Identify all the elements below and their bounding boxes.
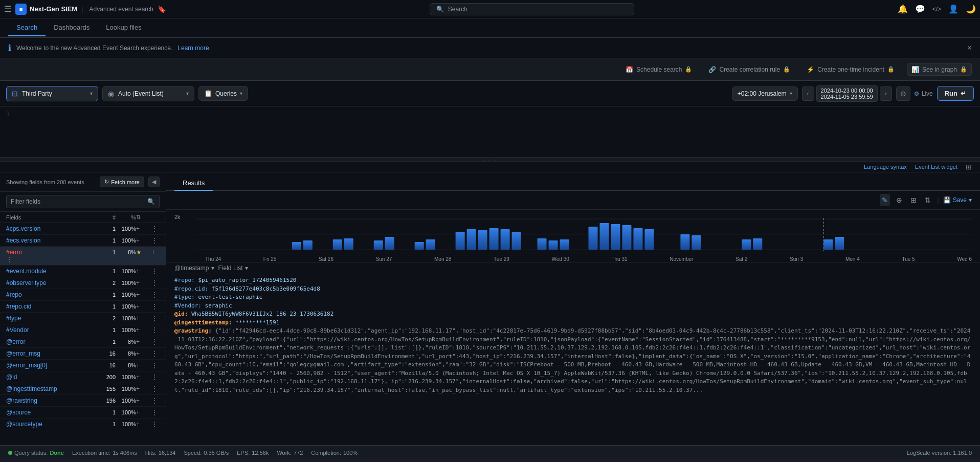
see-in-graph-button[interactable]: 📊 See in graph 🔒 — [907, 63, 972, 76]
global-search-bar[interactable]: 🔍 Search — [430, 3, 634, 15]
field-menu-icon[interactable]: ⋮ — [151, 225, 160, 232]
list-item[interactable]: @rawstring 196 100% + ⋮ — [0, 395, 166, 407]
target-chart-button[interactable]: ⊕ — [894, 194, 904, 206]
adv-search-label[interactable]: Advanced event search — [90, 6, 153, 13]
field-plus-icon[interactable]: + — [136, 279, 151, 287]
create-correlation-button[interactable]: 🔗 Create correlation rule 🔒 — [704, 64, 794, 75]
list-item[interactable]: @error_msg[0] 16 8% + ⋮ — [0, 360, 166, 371]
field-menu-icon[interactable]: ⋮ — [151, 279, 160, 287]
field-menu-icon[interactable]: ⋮ — [151, 373, 160, 381]
field-menu-icon[interactable]: ⋮ — [151, 421, 160, 428]
list-item[interactable]: #ecs.version 1 100% + ⋮ — [0, 235, 166, 247]
queries-button[interactable]: 📋 Queries ▾ — [198, 86, 248, 101]
field-menu-icon[interactable]: ⋮ — [151, 237, 160, 244]
list-item[interactable]: @source 1 100% + ⋮ — [0, 407, 166, 419]
grid-chart-button[interactable]: ⊞ — [908, 194, 919, 206]
banner-close-button[interactable]: × — [967, 43, 972, 53]
bookmark-icon[interactable]: 🔖 — [158, 5, 166, 13]
resize-handle[interactable]: • • • — [0, 158, 980, 162]
field-plus-icon[interactable]: + — [136, 362, 151, 369]
theme-icon[interactable]: 🌙 — [966, 4, 976, 14]
sort-chart-button[interactable]: ⇅ — [923, 194, 933, 206]
schedule-search-button[interactable]: 📅 Schedule search 🔒 — [621, 64, 696, 75]
field-menu-icon[interactable]: ⋮ — [151, 362, 160, 369]
list-item[interactable]: @error 1 8% + ⋮ — [0, 336, 166, 348]
query-editor[interactable]: 1 — [0, 106, 980, 158]
live-toggle[interactable]: Live — [915, 90, 933, 97]
field-plus-icon[interactable]: + — [136, 225, 151, 232]
field-menu-icon[interactable]: ⋮ — [151, 409, 160, 416]
field-plus-icon[interactable]: + — [151, 249, 160, 256]
language-syntax-link[interactable]: Language syntax — [864, 164, 907, 170]
list-item[interactable]: #error 1 8% ★ + ⋮ — [0, 247, 166, 266]
collapse-panel-button[interactable]: ◀ — [148, 177, 160, 187]
field-menu-icon[interactable]: ⋮ — [6, 256, 100, 263]
list-item[interactable]: #observer.type 2 100% + ⋮ — [0, 277, 166, 289]
field-menu-icon[interactable]: ⋮ — [151, 268, 160, 275]
field-menu-icon[interactable]: ⋮ — [151, 350, 160, 357]
field-plus-icon[interactable]: + — [136, 409, 151, 416]
list-item[interactable]: #cps.version 1 100% + ⋮ — [0, 223, 166, 235]
list-item[interactable]: #type 2 100% + ⋮ — [0, 313, 166, 324]
list-item[interactable]: @error_msg 16 8% + ⋮ — [0, 348, 166, 360]
messages-icon[interactable]: 💬 — [915, 4, 925, 14]
tab-search[interactable]: Search — [8, 19, 46, 36]
timezone-selector[interactable]: +02:00 Jerusalem ▾ — [732, 86, 798, 101]
field-plus-icon[interactable]: + — [136, 397, 151, 404]
notifications-icon[interactable]: 🔔 — [898, 4, 908, 14]
field-list-column-header[interactable]: Field List ▾ — [218, 265, 248, 272]
fetch-more-button[interactable]: ↻ Fetch more — [100, 177, 144, 187]
banner-learn-more-link[interactable]: Learn more. — [177, 45, 211, 52]
field-plus-icon[interactable]: + — [136, 350, 151, 357]
hamburger-icon[interactable]: ☰ — [4, 4, 11, 14]
field-plus-icon[interactable]: + — [136, 303, 151, 310]
list-item[interactable]: #event.module 1 100% + ⋮ — [0, 266, 166, 277]
table-row[interactable]: #repo: $pi_auto_raptor_1724059461520 — [174, 276, 972, 285]
field-menu-icon[interactable]: ⋮ — [151, 397, 160, 404]
list-item[interactable]: #repo.cid 1 100% + ⋮ — [0, 301, 166, 313]
field-plus-icon[interactable]: + — [136, 373, 151, 381]
field-star-icon[interactable]: ★ — [136, 249, 151, 256]
field-plus-icon[interactable]: + — [136, 315, 151, 322]
table-row[interactable]: @rawstring: {"id":"f42946cd-eec4-4dce-90… — [174, 327, 972, 394]
list-item[interactable]: @ingesttimestamp 155 100% + ⋮ — [0, 383, 166, 395]
list-item[interactable]: #Vendor 1 100% + ⋮ — [0, 324, 166, 336]
table-row[interactable]: #repo.cid: f5f196d8277e403c8c5b3e009f65e… — [174, 285, 972, 294]
field-menu-icon[interactable]: ⋮ — [151, 385, 160, 392]
time-prev-button[interactable]: ‹ — [802, 86, 814, 101]
edit-chart-button[interactable]: ✎ — [880, 194, 890, 206]
app-logo[interactable]: ■ Next-Gen SIEM — [15, 4, 77, 15]
run-button[interactable]: Run ↵ — [937, 86, 974, 101]
save-button[interactable]: 💾 Save ▾ — [943, 196, 972, 204]
tab-results[interactable]: Results — [174, 176, 213, 191]
table-row[interactable]: @id: Wha5BB5WIT6yWW8F6V31IJx2_186_23_173… — [174, 310, 972, 319]
view-selector[interactable]: ◉ Auto (Event List) ▾ — [102, 86, 194, 101]
field-menu-icon[interactable]: ⋮ — [151, 291, 160, 298]
field-menu-icon[interactable]: ⋮ — [151, 338, 160, 345]
field-plus-icon[interactable]: + — [136, 338, 151, 345]
time-next-button[interactable]: › — [880, 86, 892, 101]
code-icon[interactable]: </> — [932, 6, 941, 13]
table-row[interactable]: #type: event-test-seraphic — [174, 293, 972, 302]
field-menu-icon[interactable]: ⋮ — [151, 315, 160, 322]
create-incident-button[interactable]: ⚡ Create one-time incident 🔒 — [803, 64, 899, 75]
table-row[interactable]: #Vendor: seraphic — [174, 302, 972, 311]
zoom-out-button[interactable]: ⊖ — [896, 86, 910, 101]
right-panel-icon[interactable]: ⊞ — [966, 163, 972, 171]
field-menu-icon[interactable]: ⋮ — [151, 326, 160, 334]
time-range-display[interactable]: 2024-10-23 00:00:00 2024-11-05 23:59:59 — [816, 85, 878, 102]
source-selector[interactable]: ⊡ Third Party ▾ — [6, 86, 98, 101]
list-item[interactable]: @sourcetype 1 100% + ⋮ — [0, 419, 166, 430]
tab-lookup-files[interactable]: Lookup files — [98, 19, 149, 36]
field-plus-icon[interactable]: + — [136, 268, 151, 275]
field-menu-icon[interactable]: ⋮ — [151, 303, 160, 310]
field-plus-icon[interactable]: + — [136, 421, 151, 428]
user-icon[interactable]: 👤 — [948, 4, 959, 14]
filter-fields-input[interactable]: Filter fields 🔍 — [6, 195, 160, 208]
list-item[interactable]: #repo 1 100% + ⋮ — [0, 289, 166, 301]
list-item[interactable]: @id 200 100% + ⋮ — [0, 371, 166, 383]
table-row[interactable]: @ingesttimestamp: *********1591 — [174, 319, 972, 327]
tab-dashboards[interactable]: Dashboards — [46, 19, 98, 36]
field-plus-icon[interactable]: + — [136, 385, 151, 392]
field-plus-icon[interactable]: + — [136, 237, 151, 244]
